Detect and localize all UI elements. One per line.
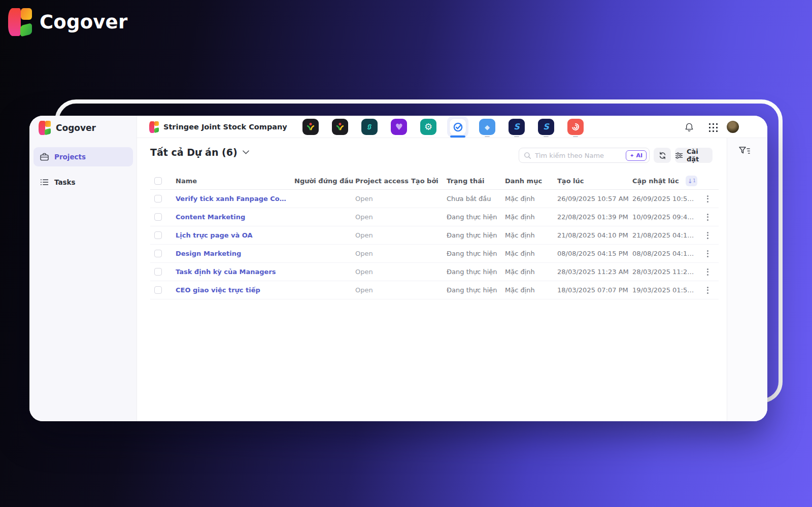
status-value: Đang thực hiện xyxy=(447,213,505,221)
category-value: Mặc định xyxy=(505,268,557,276)
column-header-name[interactable]: Name xyxy=(176,177,294,185)
app-icon-diamond[interactable]: ◆ xyxy=(479,116,495,138)
project-name-link[interactable]: Verify tick xanh Fanpage Cogover Vi... xyxy=(176,195,294,202)
apps-grid-button[interactable] xyxy=(707,116,718,138)
app-icon-heart[interactable]: ♥ xyxy=(391,116,407,138)
row-checkbox[interactable] xyxy=(154,231,162,239)
company-switcher[interactable]: Stringee Joint Stock Company xyxy=(149,116,287,138)
projects-table: Name Người đứng đầu Project access Tạo b… xyxy=(150,173,719,299)
column-header-category[interactable]: Danh mục xyxy=(505,177,557,185)
app-switcher-row: ♥ ⚙ ◆ S S xyxy=(302,116,584,138)
hero-brand: Cogover xyxy=(8,8,127,36)
select-all-checkbox[interactable] xyxy=(154,177,162,185)
cogover-logo-icon xyxy=(8,8,32,36)
search-icon xyxy=(524,152,531,159)
search-input[interactable] xyxy=(535,152,622,159)
created-at-value: 28/03/2025 11:23 AM xyxy=(557,268,632,276)
row-menu-button[interactable] xyxy=(705,212,710,223)
notifications-button[interactable] xyxy=(684,116,694,138)
project-name-link[interactable]: Task định kỳ của Managers xyxy=(176,268,294,276)
app-icon-link[interactable] xyxy=(361,116,378,138)
s-letter-icon: S xyxy=(509,119,525,135)
updated-at-value: 19/03/2025 01:54 ... xyxy=(632,286,696,294)
column-header-status[interactable]: Trạng thái xyxy=(447,177,505,185)
table-row: Content Marketing Open Đang thực hiện Mặ… xyxy=(150,208,719,226)
filter-icon[interactable] xyxy=(738,146,751,156)
created-at-value: 08/08/2025 04:15 PM xyxy=(557,250,632,257)
category-value: Mặc định xyxy=(505,195,557,202)
sidebar-item-projects[interactable]: Projects xyxy=(33,147,133,166)
sidebar-item-tasks[interactable]: Tasks xyxy=(33,173,133,192)
ai-search-badge[interactable]: ✦ AI xyxy=(626,150,647,161)
category-value: Mặc định xyxy=(505,231,557,239)
column-header-creator[interactable]: Tạo bởi xyxy=(411,177,447,185)
table-row: Lịch trực page và OA Open Đang thực hiện… xyxy=(150,226,719,245)
sidebar-logo: Cogover xyxy=(39,121,96,135)
company-name: Stringee Joint Stock Company xyxy=(163,123,287,131)
sidebar-item-label: Projects xyxy=(54,153,86,161)
category-value: Mặc định xyxy=(505,250,557,257)
check-circle-icon xyxy=(450,119,466,135)
main-content: Tất cả Dự án (6) ✦ AI Cài đặt xyxy=(137,138,727,421)
row-menu-button[interactable] xyxy=(705,266,710,278)
sort-rank: 1 xyxy=(693,179,695,183)
app-icon-people-tree[interactable] xyxy=(302,116,319,138)
column-header-access[interactable]: Project access xyxy=(355,177,411,185)
app-icon-projects-active[interactable] xyxy=(450,116,466,138)
app-icon-gear[interactable]: ⚙ xyxy=(420,116,436,138)
created-at-value: 18/03/2025 07:07 PM xyxy=(557,286,632,294)
column-header-lead[interactable]: Người đứng đầu xyxy=(294,177,355,185)
row-menu-button[interactable] xyxy=(705,193,710,205)
project-name-link[interactable]: Lịch trực page và OA xyxy=(176,231,294,239)
project-name-link[interactable]: CEO giao việc trực tiếp xyxy=(176,286,294,294)
sort-indicator-button[interactable]: ↓1 xyxy=(686,176,697,186)
created-at-value: 21/08/2025 04:10 PM xyxy=(557,231,632,239)
status-value: Đang thực hiện xyxy=(447,231,505,239)
project-name-link[interactable]: Content Marketing xyxy=(176,213,294,221)
row-menu-button[interactable] xyxy=(705,230,710,241)
refresh-button[interactable] xyxy=(654,148,671,163)
column-header-created[interactable]: Tạo lúc xyxy=(557,177,632,185)
status-value: Đang thực hiện xyxy=(447,268,505,276)
row-checkbox[interactable] xyxy=(154,195,162,202)
project-access-value: Open xyxy=(355,268,411,276)
row-checkbox[interactable] xyxy=(154,286,162,294)
created-at-value: 26/09/2025 10:57 AM xyxy=(557,195,632,202)
app-icon-stringee-s[interactable]: S xyxy=(509,116,525,138)
people-tree-icon xyxy=(332,119,348,135)
app-icon-people-tree[interactable] xyxy=(332,116,348,138)
project-access-value: Open xyxy=(355,250,411,257)
diamond-icon: ◆ xyxy=(479,119,495,135)
heart-icon: ♥ xyxy=(391,119,407,135)
row-menu-button[interactable] xyxy=(705,248,710,259)
user-avatar[interactable] xyxy=(727,121,739,133)
briefcase-icon xyxy=(40,153,49,161)
app-window: Cogover Projects Tasks Stringee Joint St… xyxy=(29,116,767,421)
table-header-row: Name Người đứng đầu Project access Tạo b… xyxy=(150,173,719,190)
status-value: Đang thực hiện xyxy=(447,250,505,257)
row-checkbox[interactable] xyxy=(154,268,162,276)
cogover-logo-icon xyxy=(149,121,159,133)
project-access-value: Open xyxy=(355,231,411,239)
app-icon-spiral[interactable] xyxy=(567,116,584,138)
bell-icon xyxy=(684,122,694,132)
chevron-down-icon[interactable] xyxy=(243,150,249,154)
updated-at-value: 08/08/2025 04:18 ... xyxy=(632,250,696,257)
row-menu-button[interactable] xyxy=(705,285,710,296)
project-access-value: Open xyxy=(355,213,411,221)
s-letter-icon: S xyxy=(538,119,554,135)
cogover-logo-icon xyxy=(39,121,51,135)
people-tree-icon xyxy=(302,119,319,135)
created-at-value: 22/08/2025 01:39 PM xyxy=(557,213,632,221)
sparkle-icon: ✦ xyxy=(630,153,634,158)
row-checkbox[interactable] xyxy=(154,213,162,221)
settings-button-label: Cài đặt xyxy=(687,148,713,163)
settings-button[interactable]: Cài đặt xyxy=(675,148,713,163)
filter-rail xyxy=(727,138,767,421)
app-icon-stringee-s[interactable]: S xyxy=(538,116,554,138)
row-checkbox[interactable] xyxy=(154,250,162,257)
sidebar-item-label: Tasks xyxy=(54,178,76,186)
spiral-icon xyxy=(567,119,584,135)
project-name-link[interactable]: Design Marketing xyxy=(176,250,294,257)
table-row: Design Marketing Open Đang thực hiện Mặc… xyxy=(150,245,719,263)
